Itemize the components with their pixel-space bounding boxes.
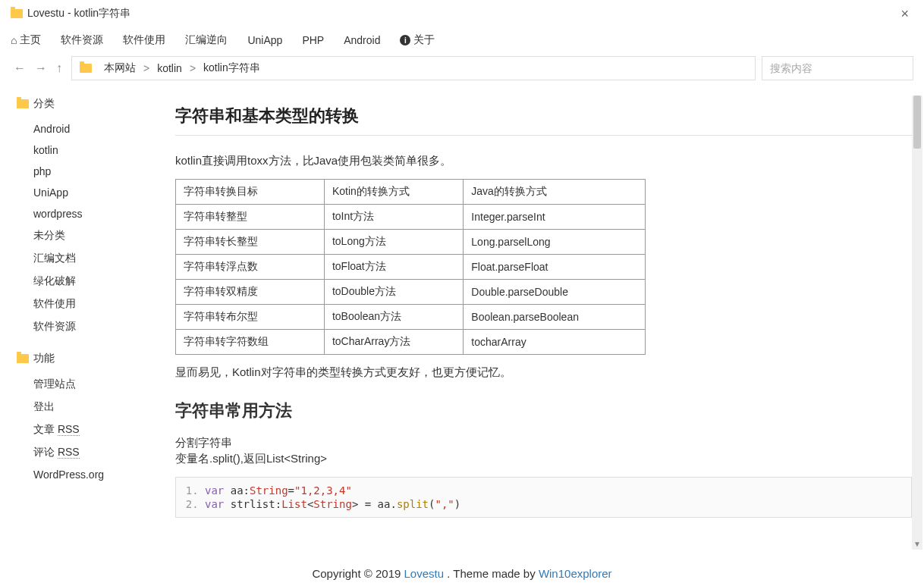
breadcrumb-item[interactable]: kotlin字符串 (203, 61, 260, 75)
window-title: Lovestu - kotlin字符串 (27, 7, 130, 20)
chevron-right-icon: > (143, 62, 149, 74)
sidebar-section-title: 功能 (33, 352, 55, 365)
scroll-thumb[interactable] (913, 96, 921, 149)
table-header: Kotin的转换方式 (324, 180, 463, 205)
folder-icon (80, 64, 92, 73)
home-icon: ⌂ (11, 34, 17, 46)
sidebar-item[interactable]: WordPress.org (33, 464, 163, 485)
sidebar-section-header: 功能 (17, 352, 163, 365)
sidebar-item[interactable]: 文章 RSS (33, 418, 163, 441)
sidebar-categories: 分类 Android kotlin php UniApp wordpress 未… (33, 97, 163, 338)
table-row: 字符串转字符数组toCharArray方法tocharArray (176, 330, 646, 355)
content-area: 字符串和基本类型的转换 kotlin直接调用toxx方法，比Java使用包装类简… (163, 86, 924, 559)
sidebar-item[interactable]: php (33, 161, 163, 182)
sidebar-category-list: Android kotlin php UniApp wordpress 未分类 … (33, 118, 163, 338)
search-input[interactable] (770, 57, 905, 80)
sidebar-functions: 功能 管理站点 登出 文章 RSS 评论 RSS WordPress.org (33, 352, 163, 485)
code-line: var aa:String="1,2,3,4" (205, 484, 900, 497)
divider (175, 135, 912, 136)
footer-copyright: Copyright © 2019 (312, 567, 404, 580)
sidebar-item[interactable]: 汇编文档 (33, 247, 163, 270)
info-icon: i (400, 35, 410, 45)
table-row: 字符串转长整型toLong方法Long.parselLong (176, 230, 646, 255)
scrollbar[interactable]: ▲ ▼ (912, 96, 922, 550)
menu-item[interactable]: UniApp (247, 34, 282, 46)
footer-theme-link[interactable]: Win10explorer (539, 567, 612, 580)
table-header: 字符串转换目标 (176, 180, 325, 205)
table-row: 字符串转布尔型toBoolean方法Boolean.parseBoolean (176, 305, 646, 330)
sidebar-item[interactable]: UniApp (33, 182, 163, 203)
forward-icon[interactable]: → (35, 61, 47, 75)
sidebar-item[interactable]: 管理站点 (33, 373, 163, 396)
table-row: 字符串转换目标 Kotin的转换方式 Java的转换方式 (176, 180, 646, 205)
up-icon[interactable]: ↑ (56, 61, 62, 75)
scroll-down-icon[interactable]: ▼ (912, 539, 922, 550)
app-window: Lovestu - kotlin字符串 × ⌂ 主页 软件资源 软件使用 汇编逆… (0, 0, 924, 586)
sidebar-item[interactable]: 软件使用 (33, 293, 163, 315)
article-heading: 字符串和基本类型的转换 (175, 105, 912, 127)
article: 字符串和基本类型的转换 kotlin直接调用toxx方法，比Java使用包装类简… (175, 105, 912, 559)
sidebar-section-header: 分类 (17, 97, 163, 111)
nav-arrows: ← → ↑ (11, 61, 65, 75)
sidebar-function-list: 管理站点 登出 文章 RSS 评论 RSS WordPress.org (33, 373, 163, 485)
table-row: 字符串转双精度toDouble方法Double.parseDouble (176, 280, 646, 305)
menu-item[interactable]: 软件使用 (123, 33, 165, 47)
table-row: 字符串转整型toInt方法Integer.parseInt (176, 205, 646, 230)
menu-item[interactable]: PHP (302, 34, 324, 46)
sidebar-section-title: 分类 (33, 97, 55, 111)
menu-item[interactable]: 软件资源 (61, 33, 103, 47)
sidebar-item[interactable]: 绿化破解 (33, 270, 163, 293)
menu-about[interactable]: i 关于 (400, 33, 435, 47)
table-row: 字符串转浮点数toFloat方法Float.parseFloat (176, 255, 646, 280)
titlebar: Lovestu - kotlin字符串 × (0, 0, 924, 27)
footer: Copyright © 2019 Lovestu . Theme made by… (0, 559, 924, 586)
footer-brand-link[interactable]: Lovestu (404, 567, 445, 580)
code-block: var aa:String="1,2,3,4" var strlist:List… (175, 477, 912, 518)
navbar: ← → ↑ 本网站 > kotlin > kotlin字符串 (0, 56, 924, 86)
sidebar-item[interactable]: kotlin (33, 139, 163, 161)
sidebar-item[interactable]: 未分类 (33, 224, 163, 247)
article-paragraph: 分割字符串 (175, 436, 912, 450)
sidebar: 分类 Android kotlin php UniApp wordpress 未… (0, 86, 163, 559)
article-paragraph: 显而易见，Kotlin对字符串的类型转换方式更友好，也更方便记忆。 (175, 365, 912, 380)
code-line: var strlist:List<String> = aa.split(",") (205, 497, 900, 511)
body-area: 分类 Android kotlin php UniApp wordpress 未… (0, 86, 924, 559)
sidebar-item[interactable]: Android (33, 118, 163, 139)
menu-home-label: 主页 (20, 33, 41, 47)
folder-icon (17, 99, 29, 108)
folder-icon (17, 354, 29, 363)
article-subheading: 字符串常用方法 (175, 400, 912, 422)
breadcrumb-item[interactable]: kotlin (157, 62, 182, 74)
menu-home[interactable]: ⌂ 主页 (11, 33, 41, 47)
back-icon[interactable]: ← (14, 61, 26, 75)
menu-item[interactable]: 汇编逆向 (185, 33, 228, 47)
search-box[interactable] (762, 56, 913, 80)
footer-theme-pre: . Theme made by (444, 567, 539, 580)
table-header: Java的转换方式 (464, 180, 646, 205)
breadcrumb: 本网站 > kotlin > kotlin字符串 (71, 56, 756, 80)
menu-about-label: 关于 (413, 33, 435, 47)
article-paragraph: kotlin直接调用toxx方法，比Java使用包装类简单很多。 (175, 154, 912, 168)
sidebar-item[interactable]: 软件资源 (33, 315, 163, 338)
sidebar-item[interactable]: 登出 (33, 396, 163, 418)
menubar: ⌂ 主页 软件资源 软件使用 汇编逆向 UniApp PHP Android i… (0, 27, 924, 56)
article-paragraph: 变量名.split(),返回List<String> (175, 452, 912, 466)
breadcrumb-item[interactable]: 本网站 (104, 61, 136, 75)
conversion-table: 字符串转换目标 Kotin的转换方式 Java的转换方式 字符串转整型toInt… (175, 179, 646, 355)
menu-item[interactable]: Android (344, 34, 380, 46)
sidebar-item[interactable]: 评论 RSS (33, 441, 163, 464)
folder-icon (11, 9, 23, 18)
close-icon[interactable]: × (896, 6, 913, 22)
chevron-right-icon: > (190, 62, 196, 74)
sidebar-item[interactable]: wordpress (33, 203, 163, 224)
